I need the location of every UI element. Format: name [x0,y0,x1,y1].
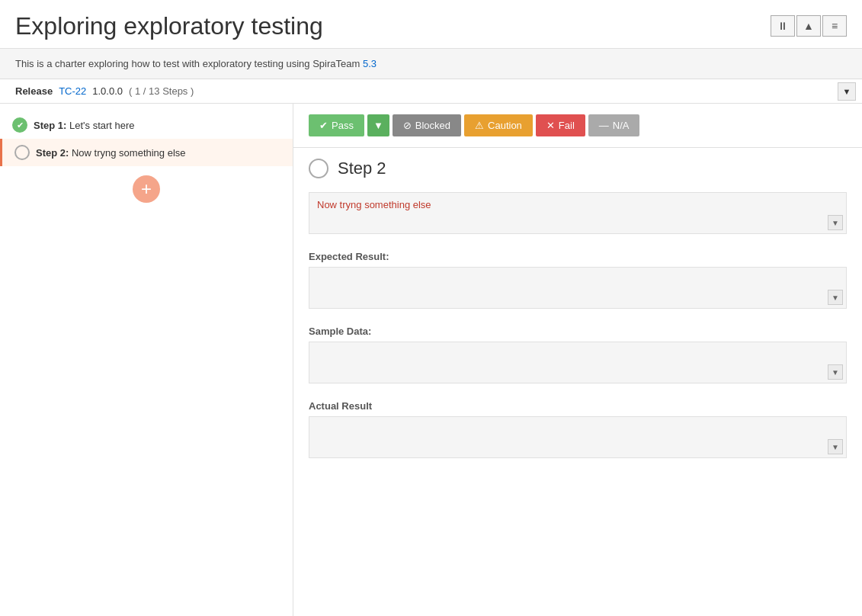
actual-result-label: Actual Result [309,400,847,412]
actual-result-field[interactable]: ▼ [309,416,847,458]
pass-button[interactable]: ✔ Pass [309,114,364,136]
description-section: Now tryng something else ▼ [293,186,862,245]
sample-data-section: Sample Data: ▼ [293,319,862,394]
steps-info: ( 1 / 13 Steps ) [129,85,194,97]
fail-button[interactable]: ✕ Fail [536,114,585,136]
caution-icon: ⚠ [475,120,484,131]
sample-data-field[interactable]: ▼ [309,342,847,383]
version-number: 1.0.0.0 [92,85,123,97]
description-expand-button[interactable]: ▼ [828,215,843,230]
sample-data-label: Sample Data: [309,326,847,337]
na-dash-icon: — [599,120,609,131]
pass-checkmark-icon: ✔ [319,120,328,131]
tc-number[interactable]: TC-22 [59,85,86,97]
step-item-active[interactable]: Step 2: Now tryng something else [0,139,293,166]
release-expand-button[interactable]: ▼ [838,82,856,101]
step-item[interactable]: ✔ Step 1: Let's start here [0,111,293,139]
fail-x-icon: ✕ [546,120,555,131]
expected-result-section: Expected Result: ▼ [293,245,862,319]
step-detail-heading: Step 2 [293,148,862,186]
pass-dropdown-button[interactable]: ▼ [367,114,389,136]
na-button[interactable]: — N/A [588,114,640,136]
step-circle-completed: ✔ [12,117,27,133]
add-step-button[interactable]: + [133,175,160,203]
actual-result-expand-button[interactable]: ▼ [828,439,843,454]
header-controls: ⏸ ▲ ≡ [771,15,847,37]
menu-button[interactable]: ≡ [822,15,847,37]
step-text: Step 2: Now tryng something else [36,147,186,159]
charter-banner: This is a charter exploring how to test … [0,49,862,79]
expected-result-label: Expected Result: [309,251,847,262]
page-title: Exploring exploratory testing [15,12,323,40]
action-buttons-row: ✔ Pass ▼ ⊘ Blocked ⚠ Caution ✕ Fail — N/… [293,104,862,148]
description-field[interactable]: Now tryng something else ▼ [309,192,847,234]
expected-result-field[interactable]: ▼ [309,267,847,309]
expected-result-expand-button[interactable]: ▼ [828,290,843,305]
charter-text: This is a charter exploring how to test … [15,58,377,69]
step-detail-circle [309,159,328,178]
checkmark-icon: ✔ [17,120,24,130]
steps-panel: ✔ Step 1: Let's start here Step 2: Now t… [0,104,293,616]
pass-arrow-icon: ▼ [373,120,383,131]
blocked-icon: ⊘ [403,120,412,131]
step-detail-panel: ✔ Pass ▼ ⊘ Blocked ⚠ Caution ✕ Fail — N/… [293,104,862,616]
version-link[interactable]: 5.3 [363,58,377,69]
header: Exploring exploratory testing ⏸ ▲ ≡ [0,0,862,49]
step-circle-empty [14,145,30,160]
up-button[interactable]: ▲ [796,15,821,37]
caution-button[interactable]: ⚠ Caution [464,114,533,136]
release-bar: Release TC-22 1.0.0.0 ( 1 / 13 Steps ) ▼ [0,79,862,104]
step-text: Step 1: Let's start here [34,120,135,131]
main-layout: ✔ Step 1: Let's start here Step 2: Now t… [0,104,862,616]
sample-data-expand-button[interactable]: ▼ [828,364,843,380]
blocked-button[interactable]: ⊘ Blocked [393,114,461,136]
actual-result-section: Actual Result ▼ [293,394,862,469]
release-label: Release [15,85,53,97]
pause-button[interactable]: ⏸ [771,15,795,37]
